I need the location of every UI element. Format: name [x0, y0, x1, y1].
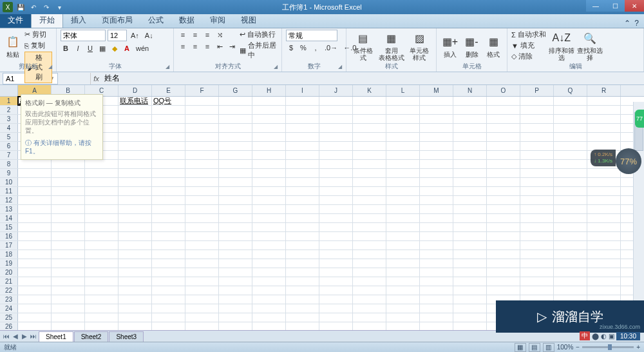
- row-header[interactable]: 24: [0, 304, 18, 313]
- cell[interactable]: [386, 313, 420, 322]
- cell[interactable]: [587, 250, 621, 259]
- row-header[interactable]: 7: [0, 151, 18, 159]
- cell[interactable]: [319, 286, 353, 295]
- font-size-input[interactable]: [108, 30, 127, 41]
- cell[interactable]: [118, 142, 152, 150]
- cell[interactable]: [487, 196, 520, 204]
- cell[interactable]: [487, 241, 520, 249]
- cell[interactable]: [252, 286, 286, 295]
- align-dialog-launcher[interactable]: ◢: [274, 64, 280, 70]
- cell[interactable]: [219, 259, 252, 268]
- cell[interactable]: [319, 304, 353, 313]
- cell[interactable]: [520, 115, 554, 123]
- cell[interactable]: [420, 223, 453, 231]
- cell[interactable]: [420, 196, 453, 204]
- cell[interactable]: [319, 151, 353, 159]
- cell[interactable]: [319, 133, 353, 141]
- cell[interactable]: [118, 205, 152, 213]
- cell[interactable]: [319, 124, 353, 132]
- cell[interactable]: [85, 223, 118, 231]
- row-header[interactable]: 15: [0, 223, 18, 231]
- cell[interactable]: [252, 232, 286, 240]
- cell[interactable]: [453, 259, 487, 268]
- cell[interactable]: [18, 286, 52, 295]
- cell[interactable]: [18, 205, 52, 213]
- cell[interactable]: [252, 268, 286, 277]
- cell[interactable]: [319, 142, 353, 150]
- cell[interactable]: [353, 187, 386, 195]
- cell[interactable]: [520, 187, 554, 195]
- cell[interactable]: [85, 268, 118, 277]
- cell[interactable]: [319, 268, 353, 277]
- cell[interactable]: [85, 232, 118, 240]
- percent-button[interactable]: %: [298, 43, 308, 53]
- cell[interactable]: [386, 151, 420, 159]
- cell[interactable]: [152, 214, 185, 222]
- row-header[interactable]: 25: [0, 313, 18, 322]
- cell[interactable]: [286, 205, 319, 213]
- phonetic-button[interactable]: wén: [134, 43, 151, 54]
- cell[interactable]: [453, 187, 487, 195]
- cell[interactable]: [487, 259, 520, 268]
- cell[interactable]: [52, 214, 85, 222]
- cell[interactable]: [587, 169, 621, 177]
- cell[interactable]: [487, 160, 520, 168]
- help-icon[interactable]: ?: [634, 19, 639, 28]
- cell[interactable]: [252, 223, 286, 231]
- cell[interactable]: [453, 106, 487, 114]
- cell[interactable]: [252, 187, 286, 195]
- cell[interactable]: [252, 169, 286, 177]
- cell[interactable]: [453, 169, 487, 177]
- cell[interactable]: [219, 268, 252, 277]
- cell[interactable]: [52, 313, 85, 322]
- row-header[interactable]: 9: [0, 169, 18, 177]
- cell[interactable]: [353, 241, 386, 249]
- cell[interactable]: [487, 115, 520, 123]
- cell[interactable]: [420, 259, 453, 268]
- cell[interactable]: [386, 115, 420, 123]
- cell[interactable]: [85, 286, 118, 295]
- cell[interactable]: [386, 214, 420, 222]
- cell[interactable]: [52, 169, 85, 177]
- cell[interactable]: [286, 277, 319, 286]
- cell[interactable]: [18, 160, 52, 168]
- cell[interactable]: [453, 160, 487, 168]
- copy-button[interactable]: ⎘复制: [24, 41, 52, 50]
- conditional-format-button[interactable]: ▤条件格式: [350, 30, 376, 62]
- cell[interactable]: [520, 169, 554, 177]
- cell[interactable]: [420, 160, 453, 168]
- cell[interactable]: [118, 133, 152, 141]
- zoom-slider[interactable]: [582, 346, 634, 348]
- cell[interactable]: [286, 115, 319, 123]
- cell[interactable]: [152, 133, 185, 141]
- cell[interactable]: [85, 304, 118, 313]
- cell[interactable]: [487, 124, 520, 132]
- cell[interactable]: [18, 178, 52, 186]
- cell[interactable]: [118, 313, 152, 322]
- cell[interactable]: [587, 124, 621, 132]
- cell[interactable]: [386, 196, 420, 204]
- cell[interactable]: [252, 214, 286, 222]
- align-top-button[interactable]: ≡: [178, 30, 188, 40]
- find-select-button[interactable]: 🔍查找和选择: [577, 30, 603, 62]
- view-layout-button[interactable]: ▤: [529, 343, 540, 352]
- cell[interactable]: [319, 160, 353, 168]
- cell[interactable]: [386, 295, 420, 304]
- cell[interactable]: [554, 205, 587, 213]
- cell[interactable]: [587, 187, 621, 195]
- italic-button[interactable]: I: [73, 43, 83, 54]
- cell[interactable]: [520, 124, 554, 132]
- cell[interactable]: [386, 241, 420, 249]
- cell[interactable]: [487, 268, 520, 277]
- cell[interactable]: [587, 106, 621, 114]
- cell[interactable]: [152, 178, 185, 186]
- cell[interactable]: [353, 286, 386, 295]
- close-button[interactable]: ✕: [625, 0, 644, 12]
- shrink-font-button[interactable]: A↓: [143, 30, 155, 41]
- cell[interactable]: [118, 268, 152, 277]
- cell[interactable]: [219, 169, 252, 177]
- cell[interactable]: [219, 205, 252, 213]
- cell[interactable]: [587, 178, 621, 186]
- cell[interactable]: [386, 304, 420, 313]
- cell[interactable]: [85, 241, 118, 249]
